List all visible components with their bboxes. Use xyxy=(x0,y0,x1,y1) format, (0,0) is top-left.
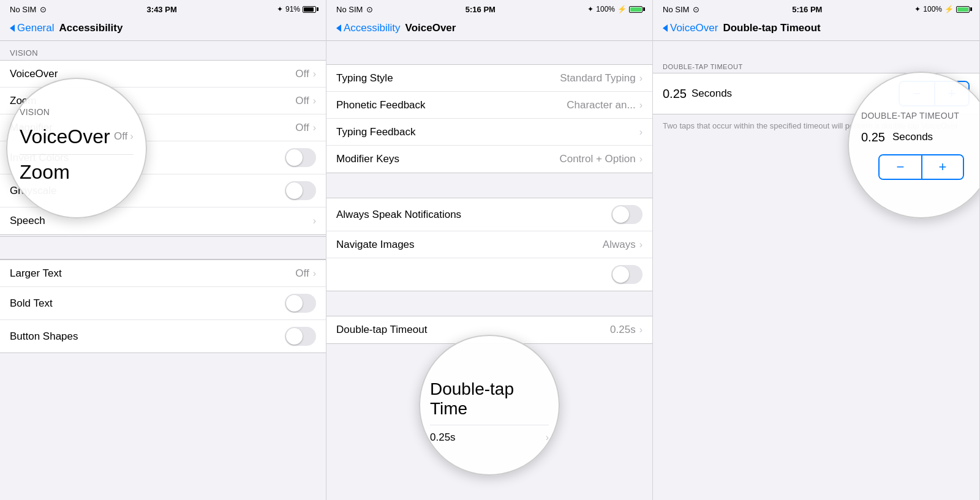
status-right-3: ✦ 100% ⚡ xyxy=(914,5,970,13)
speech-label: Speech xyxy=(10,215,45,227)
toggle-knob-6 xyxy=(612,266,629,283)
unknown-toggle[interactable] xyxy=(611,265,643,284)
panel-1-accessibility: No SIM ⊙ 3:43 PM ✦ 91% General Accessibi… xyxy=(0,0,326,500)
list-item-button-shapes[interactable]: Button Shapes xyxy=(0,320,326,353)
invert-colors-toggle[interactable] xyxy=(285,148,316,167)
list-item-larger-text[interactable]: Larger Text Off › xyxy=(0,260,326,287)
battery-icon-3 xyxy=(956,6,970,13)
chevron-right-icon-7: › xyxy=(639,100,643,111)
nav-bar-1: General Accessibility xyxy=(0,17,326,41)
list-item-typing-feedback[interactable]: Typing Feedback › xyxy=(326,119,652,146)
typing-feedback-value: › xyxy=(639,127,643,138)
status-left-2: No SIM ⊙ xyxy=(336,5,373,14)
time-3: 5:16 PM xyxy=(792,5,822,14)
back-label-2[interactable]: Accessibility xyxy=(344,22,401,34)
voiceover-value: Off › xyxy=(295,68,316,80)
toggle-knob-2 xyxy=(286,182,303,199)
wifi-icon-1: ⊙ xyxy=(40,5,47,14)
circle-chevron: › xyxy=(130,130,134,143)
modifier-keys-text: Control + Option xyxy=(559,153,635,165)
bold-text-label: Bold Text xyxy=(10,297,53,310)
magnifier-value: Off › xyxy=(295,122,316,134)
status-right-2: ✦ 100% ⚡ xyxy=(587,5,643,13)
back-button-2[interactable]: Accessibility xyxy=(336,22,401,34)
larger-text-value: Off › xyxy=(295,267,316,280)
chevron-right-icon-8: › xyxy=(639,127,643,138)
circle-content-panel1: VISION VoiceOver Off › Zoom xyxy=(7,95,146,202)
doubletap-value: 0.25s › xyxy=(610,324,643,336)
back-button-1[interactable]: General xyxy=(10,22,54,34)
typing-style-value: Standard Typing › xyxy=(560,72,643,84)
status-left-3: No SIM ⊙ xyxy=(663,5,699,14)
circle-off-text: Off xyxy=(114,130,127,143)
battery-percent-2: 100% xyxy=(596,5,615,13)
list-group-notifications: Always Speak Notifications Navigate Imag… xyxy=(326,198,652,291)
bluetooth-icon-3: ✦ xyxy=(914,5,921,13)
button-shapes-label: Button Shapes xyxy=(10,330,78,343)
list-item-bold-text[interactable]: Bold Text xyxy=(0,287,326,320)
battery-icon-2 xyxy=(629,6,643,13)
grayscale-toggle[interactable] xyxy=(285,181,316,200)
chevron-right-icon-4: › xyxy=(313,215,316,226)
separator-1 xyxy=(0,236,326,259)
back-label-3[interactable]: VoiceOver xyxy=(670,22,718,34)
toggle-knob-3 xyxy=(286,295,303,312)
typing-style-text: Standard Typing xyxy=(560,72,636,84)
bold-text-toggle[interactable] xyxy=(285,294,316,313)
nav-bar-3: VoiceOver Double-tap Timeout xyxy=(653,17,979,41)
carrier-2: No SIM xyxy=(336,5,363,14)
doubletap-text: 0.25s xyxy=(610,324,636,336)
carrier-1: No SIM xyxy=(10,5,36,14)
back-button-3[interactable]: VoiceOver xyxy=(663,22,718,34)
nav-bar-2: Accessibility VoiceOver xyxy=(326,17,652,41)
zoom-circle-overlay: VISION VoiceOver Off › Zoom xyxy=(6,78,147,218)
wifi-icon-2: ⊙ xyxy=(366,5,373,14)
circle-value-row: 0.25 Seconds xyxy=(861,130,933,144)
separator-2 xyxy=(326,174,652,198)
circle-plus-btn[interactable]: + xyxy=(921,155,963,179)
list-item-always-speak[interactable]: Always Speak Notifications xyxy=(326,198,652,231)
always-speak-toggle[interactable] xyxy=(611,205,643,224)
phonetic-feedback-label: Phonetic Feedback xyxy=(336,99,426,111)
modifier-keys-label: Modifier Keys xyxy=(336,153,399,165)
status-bar-1: No SIM ⊙ 3:43 PM ✦ 91% xyxy=(0,0,326,17)
larger-text-label: Larger Text xyxy=(10,267,62,280)
chevron-left-icon-3 xyxy=(663,24,668,32)
circle-minus-btn[interactable]: − xyxy=(880,155,921,179)
chevron-right-icon-11: › xyxy=(639,324,643,335)
chevron-right-icon-3: › xyxy=(313,122,316,133)
circle-doubletap-text: Double-tap Time xyxy=(430,367,549,425)
list-item-typing-style[interactable]: Typing Style Standard Typing › xyxy=(326,65,652,92)
back-label-1[interactable]: General xyxy=(17,22,54,34)
typing-feedback-label: Typing Feedback xyxy=(336,126,415,138)
circle-voiceover-value: Off › xyxy=(114,130,134,143)
time-1: 3:43 PM xyxy=(147,5,177,14)
list-item-modifier-keys[interactable]: Modifier Keys Control + Option › xyxy=(326,146,652,173)
chevron-right-icon-9: › xyxy=(639,154,643,165)
navigate-images-value: Always › xyxy=(603,239,643,251)
charging-icon: ⚡ xyxy=(617,5,627,13)
button-shapes-toggle[interactable] xyxy=(285,327,316,346)
circle-content-panel3: DOUBLE-TAP TIMEOUT 0.25 Seconds − + xyxy=(849,99,979,192)
larger-text-off: Off xyxy=(295,267,309,280)
panel3-content: DOUBLE-TAP TIMEOUT 0.25 Seconds − + Two … xyxy=(653,41,979,500)
voiceover-off-text: Off xyxy=(295,68,309,80)
panel-3-doubletap: No SIM ⊙ 5:16 PM ✦ 100% ⚡ VoiceOver Doub… xyxy=(653,0,980,500)
chevron-right-icon-10: › xyxy=(639,239,643,250)
toggle-knob xyxy=(286,149,303,166)
circle-timeout-value: 0.25s xyxy=(430,431,456,444)
chevron-right-icon-2: › xyxy=(313,95,316,106)
status-left-1: No SIM ⊙ xyxy=(10,5,47,14)
carrier-3: No SIM xyxy=(663,5,689,14)
battery-icon-1 xyxy=(303,6,316,13)
chevron-left-icon-1 xyxy=(10,24,15,32)
list-item-navigate-images[interactable]: Navigate Images Always › xyxy=(326,231,652,258)
list-item-phonetic-feedback[interactable]: Phonetic Feedback Character an... › xyxy=(326,92,652,119)
circle-stepper[interactable]: − + xyxy=(878,154,964,180)
status-bar-3: No SIM ⊙ 5:16 PM ✦ 100% ⚡ xyxy=(653,0,979,17)
timeout-value-display: 0.25 xyxy=(663,87,687,101)
circle-voiceover-text: VoiceOver xyxy=(20,125,110,148)
list-item-unknown-toggle[interactable] xyxy=(326,258,652,291)
always-speak-label: Always Speak Notifications xyxy=(336,209,461,221)
toggle-knob-5 xyxy=(612,206,629,223)
